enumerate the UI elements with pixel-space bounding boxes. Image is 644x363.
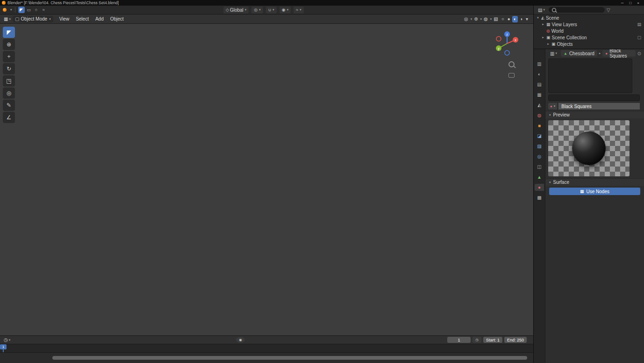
breadcrumb-object[interactable]: ▲ Chessboard: [561, 50, 597, 57]
outliner-item-objects[interactable]: ▸▣Objects: [534, 41, 644, 47]
tool-measure[interactable]: ∠: [3, 112, 15, 123]
expander-icon[interactable]: ▸: [541, 36, 545, 39]
camera-view-icon[interactable]: [508, 73, 515, 78]
browse-material-button[interactable]: ● ▾: [548, 103, 557, 109]
select-mode-0-button[interactable]: ◤: [18, 7, 25, 13]
select-mode-3-button[interactable]: ≈: [41, 7, 47, 13]
falloff-dropdown[interactable]: ≈▾: [293, 7, 303, 14]
object-visibility-icon[interactable]: ◎: [463, 16, 470, 22]
window-titlebar: Blender* [F:\blender\04. Chess Pieces\Te…: [0, 0, 644, 6]
gizmo-z-neg-axis[interactable]: [505, 51, 509, 55]
filter-icon[interactable]: ▽: [607, 7, 610, 13]
properties-tab-world[interactable]: ◍: [535, 112, 544, 119]
tool-cursor[interactable]: ⊕: [3, 39, 15, 50]
properties-editor-type-button[interactable]: ▥ ▾: [548, 51, 559, 56]
outliner-item-scene[interactable]: ▾◭Scene: [534, 15, 644, 21]
chevron-down-icon: ▾: [259, 8, 261, 12]
outliner-item-view-layers[interactable]: ▸▦View Layers▤: [534, 21, 644, 28]
properties-tab-scene[interactable]: ◭: [535, 102, 544, 109]
scene-icon: ◭: [541, 15, 544, 20]
menu-view[interactable]: View: [56, 16, 73, 22]
zoom-icon[interactable]: [508, 61, 515, 67]
playhead[interactable]: 1: [0, 344, 7, 352]
object-mode-icon: ▢: [15, 16, 19, 22]
material-name-field[interactable]: Black Squares: [558, 103, 640, 109]
preview-panel-header[interactable]: ▾ Preview: [545, 111, 644, 118]
tool-scale[interactable]: ◳: [3, 75, 15, 87]
transform-orientation-icon: ◇: [226, 7, 229, 12]
properties-tab-constraints[interactable]: ◫: [535, 163, 544, 170]
menu-add[interactable]: Add: [92, 16, 107, 22]
outliner-search-input[interactable]: [549, 7, 605, 13]
select-mode-2-button[interactable]: ○: [33, 7, 40, 13]
shading-solid-icon[interactable]: ●: [506, 16, 512, 22]
shading-dropdown-icon[interactable]: ▾: [524, 16, 530, 22]
list-filter-row: [545, 93, 644, 102]
tool-select-box[interactable]: ◤: [3, 27, 15, 38]
properties-tab-tool[interactable]: ▥: [535, 60, 544, 67]
proportional-editing-dropdown[interactable]: ◉▾: [279, 7, 291, 14]
current-frame-field[interactable]: 1: [447, 337, 471, 343]
gizmos-icon[interactable]: ⊕: [472, 16, 479, 22]
timeline-scrollbar[interactable]: [0, 352, 533, 363]
select-mode-1-button[interactable]: ▭: [26, 7, 32, 13]
surface-panel-header[interactable]: ▾ Surface: [545, 178, 644, 186]
expander-icon[interactable]: ▸: [541, 22, 545, 26]
properties-tab-modifiers[interactable]: ◪: [535, 132, 544, 139]
expander-icon[interactable]: ▾: [536, 16, 540, 20]
snapping-dropdown[interactable]: ∪▾: [266, 7, 277, 14]
xray-toggle-icon[interactable]: ▧: [492, 16, 499, 22]
pin-icon[interactable]: ⊙: [637, 51, 641, 56]
pivot-point-dropdown[interactable]: ◎▾: [251, 7, 263, 14]
mesh-icon: ▲: [564, 51, 567, 56]
menu-select[interactable]: Select: [72, 16, 92, 22]
shading-rendered-icon[interactable]: ◑: [518, 16, 524, 22]
shading-material-icon[interactable]: ◐: [512, 16, 518, 22]
frame-start-field[interactable]: Start: 1: [483, 337, 502, 343]
minimize-button[interactable]: ─: [621, 1, 624, 5]
auto-keyframe-button[interactable]: ◉: [236, 337, 245, 343]
properties-tab-particles[interactable]: ▨: [535, 143, 544, 150]
expander-icon[interactable]: ▸: [546, 42, 550, 46]
properties-tab-physics[interactable]: ◎: [535, 153, 544, 160]
chevron-down-icon: ▾: [287, 8, 289, 12]
properties-tab-output[interactable]: ▤: [535, 81, 544, 88]
mode-dropdown[interactable]: ▢ Object Mode ▾: [13, 16, 53, 22]
properties-tab-texture[interactable]: ▩: [535, 194, 544, 201]
editor-type-button[interactable]: ▦ ▾: [2, 16, 13, 22]
gizmo-x-neg-axis[interactable]: [496, 36, 501, 41]
tool-move[interactable]: +: [3, 51, 15, 62]
properties-tab-material[interactable]: ●: [535, 184, 544, 191]
properties-tab-object-data[interactable]: ▲: [535, 174, 544, 181]
properties-tab-view-layer[interactable]: ▦: [535, 91, 544, 98]
list-search-input[interactable]: [548, 94, 640, 101]
3d-viewport[interactable]: ◤⊕+↻◳◎✎∠ z y x: [0, 24, 533, 335]
maximize-button[interactable]: □: [629, 1, 631, 5]
scrollbar-thumb[interactable]: [52, 356, 527, 360]
tool-rotate[interactable]: ↻: [3, 63, 15, 74]
menu-object[interactable]: Object: [107, 16, 127, 22]
outliner-item-scene-collection[interactable]: ▸▣Scene Collection▢: [534, 34, 644, 41]
shading-wireframe-icon[interactable]: ○: [500, 16, 506, 22]
overlays-icon[interactable]: ◍: [482, 16, 489, 22]
use-nodes-button[interactable]: ▦ Use Nodes: [549, 188, 640, 195]
timeline-ruler[interactable]: 1: [0, 344, 533, 352]
properties-tab-object[interactable]: ■: [535, 122, 544, 129]
tool-transform[interactable]: ◎: [3, 87, 15, 99]
blender-menu-icon[interactable]: [3, 8, 7, 12]
outliner-editor-type-button[interactable]: ▤ ▾: [536, 7, 547, 13]
frame-end-field[interactable]: End: 250: [504, 337, 527, 343]
outliner-item-world[interactable]: ◍World: [534, 28, 644, 34]
render-visibility-icon[interactable]: ▤: [637, 22, 644, 27]
breadcrumb-material[interactable]: ● Black Squares: [602, 50, 635, 57]
close-button[interactable]: ×: [637, 1, 639, 5]
properties-tab-render[interactable]: ◐: [535, 71, 544, 78]
timeline-editor-type-button[interactable]: ◷ ▾: [2, 337, 12, 342]
navigation-gizmo[interactable]: z y x: [492, 29, 522, 59]
falloff-icon: ≈: [296, 7, 298, 12]
exclude-checkbox-icon[interactable]: ▢: [637, 35, 644, 40]
transform-orientation-dropdown[interactable]: ◇Global▾: [223, 7, 249, 14]
tool-annotate[interactable]: ✎: [3, 100, 15, 111]
preview-range-clock-icon[interactable]: ◷: [472, 337, 481, 343]
viewport-header: ▦ ▾ ▢ Object Mode ▾ ViewSelectAddObject …: [0, 15, 533, 24]
